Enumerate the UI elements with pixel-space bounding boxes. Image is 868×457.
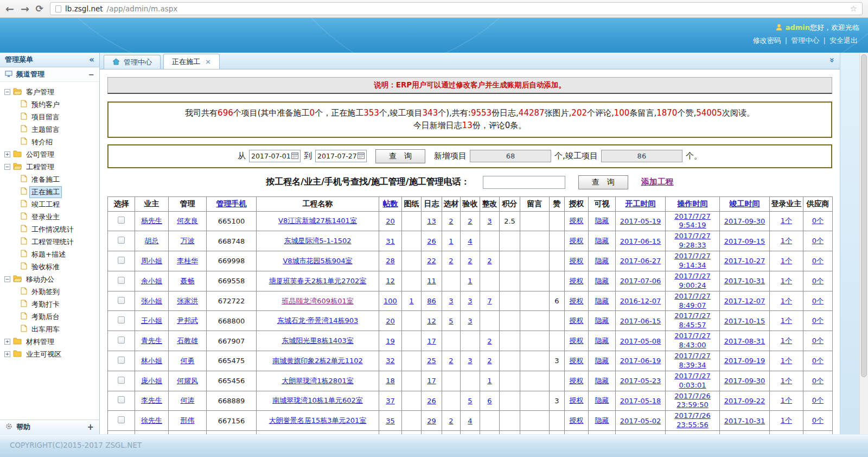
row-checkbox[interactable]	[118, 357, 125, 364]
supplier-link[interactable]: 0个	[812, 237, 824, 245]
operate-date-link[interactable]: 2017/7/27	[667, 252, 718, 261]
row-checkbox[interactable]	[118, 377, 125, 384]
row-checkbox[interactable]	[118, 257, 125, 264]
owner-link[interactable]: 林小姐	[141, 357, 162, 365]
materials-link[interactable]: 2	[449, 417, 453, 425]
owner-link[interactable]: 周小姐	[141, 257, 162, 265]
hide-link[interactable]: 隐藏	[595, 297, 609, 305]
authorize-link[interactable]: 授权	[570, 237, 584, 245]
header-link-1[interactable]: 管理中心	[791, 36, 819, 45]
project-name-link[interactable]: 东城石龙·帝景湾14栋903	[277, 316, 359, 325]
sidebar-item-考勤打卡[interactable]: 考勤打卡	[30, 299, 61, 310]
sidebar-item-登录业主[interactable]: 登录业主	[30, 212, 61, 223]
expand-expander-icon[interactable]: +	[4, 351, 10, 357]
operate-time-link[interactable]: 23:55:56	[667, 421, 718, 430]
manager-link[interactable]: 何耀风	[177, 377, 198, 385]
operate-time-link[interactable]: 9:14:34	[667, 261, 718, 270]
posts-link[interactable]: 20	[386, 217, 395, 225]
search-button[interactable]: 查 询	[578, 175, 628, 189]
owner-link[interactable]: 青先生	[141, 337, 162, 345]
operate-date-link[interactable]: 2017/7/27	[667, 352, 718, 361]
sidebar-item-工作情况统计[interactable]: 工作情况统计	[30, 224, 75, 235]
column-header-link[interactable]: 帖数	[383, 199, 398, 208]
login-owner-link[interactable]: 1个	[781, 257, 792, 265]
column-header-管理手机[interactable]: 管理手机	[207, 196, 257, 211]
manager-link[interactable]: 聂畅	[181, 277, 195, 285]
finish-date-link[interactable]: 2017-09-30	[724, 377, 765, 385]
header-link-0[interactable]: 修改密码	[753, 36, 781, 45]
operate-date-link[interactable]: 2017/7/27	[667, 232, 718, 241]
back-button-icon[interactable]: ←	[5, 4, 14, 14]
logs-link[interactable]: 86	[427, 297, 436, 305]
project-name-link[interactable]: 南城翠珑湾10栋1单元602室	[272, 396, 363, 404]
materials-link[interactable]: 3	[449, 297, 453, 305]
supplier-link[interactable]: 0个	[812, 377, 824, 385]
login-owner-link[interactable]: 1个	[781, 357, 792, 365]
acceptance-link[interactable]: 2	[468, 257, 472, 265]
acceptance-link[interactable]: 1	[468, 277, 472, 285]
sidebar-item-项目留言[interactable]: 项目留言	[30, 112, 61, 123]
posts-link[interactable]: 32	[386, 357, 395, 365]
authorize-link[interactable]: 授权	[570, 416, 584, 424]
rework-link[interactable]: 6	[487, 397, 492, 405]
login-owner-link[interactable]: 1个	[781, 217, 792, 225]
manager-link[interactable]: 万波	[181, 237, 195, 245]
authorize-link[interactable]: 授权	[570, 377, 584, 385]
operate-time-link[interactable]: 0:03:01	[667, 381, 718, 390]
start-date-link[interactable]: 2017-05-19	[620, 217, 661, 225]
operate-date-link[interactable]: 2017/7/27	[667, 212, 718, 221]
row-checkbox[interactable]	[118, 277, 125, 284]
vertical-scrollbar[interactable]	[859, 53, 868, 434]
column-header-link[interactable]: 竣工时间	[730, 199, 760, 208]
owner-link[interactable]: 王小姐	[141, 316, 162, 325]
sidebar-item-工程管理统计[interactable]: 工程管理统计	[30, 237, 75, 247]
collapse-expander-icon[interactable]: −	[4, 89, 10, 95]
help-expand-icon[interactable]: +	[87, 422, 94, 432]
scrollbar-thumb[interactable]	[861, 54, 867, 377]
hide-link[interactable]: 隐藏	[595, 237, 609, 245]
owner-link[interactable]: 李先生	[141, 396, 162, 404]
manager-link[interactable]: 邢伟	[181, 416, 195, 424]
expand-expander-icon[interactable]: +	[4, 339, 10, 345]
acceptance-link[interactable]: 4	[468, 237, 472, 245]
sidebar-item-准备施工[interactable]: 准备施工	[30, 174, 61, 185]
project-name-link[interactable]: 东城阳光里8栋1403室	[282, 337, 353, 345]
logs-link[interactable]: 13	[427, 217, 436, 225]
sidebar-item-公司管理[interactable]: 公司管理	[24, 149, 56, 160]
acceptance-link[interactable]: 3	[468, 317, 472, 325]
project-name-link[interactable]: 大朗翠珑湾1栋2801室	[282, 377, 353, 385]
manager-link[interactable]: 何涛	[181, 396, 195, 404]
collapse-expander-icon[interactable]: −	[4, 164, 10, 170]
column-header-操作时间[interactable]: 操作时间	[666, 196, 720, 211]
logs-link[interactable]: 26	[427, 237, 436, 245]
start-date-link[interactable]: 2017-06-15	[620, 317, 661, 325]
operate-date-link[interactable]: 2017/7/27	[667, 372, 718, 381]
operate-time-link[interactable]: 9:28:33	[667, 241, 718, 250]
login-owner-link[interactable]: 1个	[781, 377, 792, 385]
finish-date-link[interactable]: 2017-10-31	[724, 277, 765, 285]
acceptance-link[interactable]: 5	[468, 397, 472, 405]
finish-date-link[interactable]: 2017-12-07	[724, 297, 765, 305]
rework-link[interactable]: 3	[487, 217, 492, 225]
authorize-link[interactable]: 授权	[570, 316, 584, 325]
owner-link[interactable]: 胡总	[145, 237, 159, 245]
hide-link[interactable]: 隐藏	[595, 357, 609, 365]
supplier-link[interactable]: 0个	[812, 217, 824, 225]
tab-正在施工[interactable]: 正在施工×	[163, 54, 220, 69]
url-bar[interactable]: lb.zsgl.net/app/admin/m.aspx ☆	[50, 2, 863, 15]
to-date-input[interactable]: 2017-07-27	[315, 150, 367, 162]
manager-link[interactable]: 张家洪	[177, 297, 198, 305]
project-name-link[interactable]: 班品颐龙湾609栋01室	[282, 297, 353, 305]
materials-link[interactable]: 1	[449, 237, 453, 245]
manager-link[interactable]: 李桂华	[177, 257, 198, 265]
logs-link[interactable]: 22	[427, 257, 436, 265]
sidebar-item-竣工工程[interactable]: 竣工工程	[30, 199, 61, 210]
row-checkbox[interactable]	[118, 337, 125, 344]
finish-date-link[interactable]: 2017-10-31	[724, 417, 765, 425]
column-header-竣工时间[interactable]: 竣工时间	[720, 196, 770, 211]
operate-date-link[interactable]: 2017/7/26	[667, 411, 718, 421]
calendar-icon[interactable]	[291, 152, 298, 161]
supplier-link[interactable]: 0个	[812, 277, 824, 285]
finish-date-link[interactable]: 2017-10-27	[724, 257, 765, 265]
tab-管理中心[interactable]: 管理中心	[104, 55, 161, 69]
